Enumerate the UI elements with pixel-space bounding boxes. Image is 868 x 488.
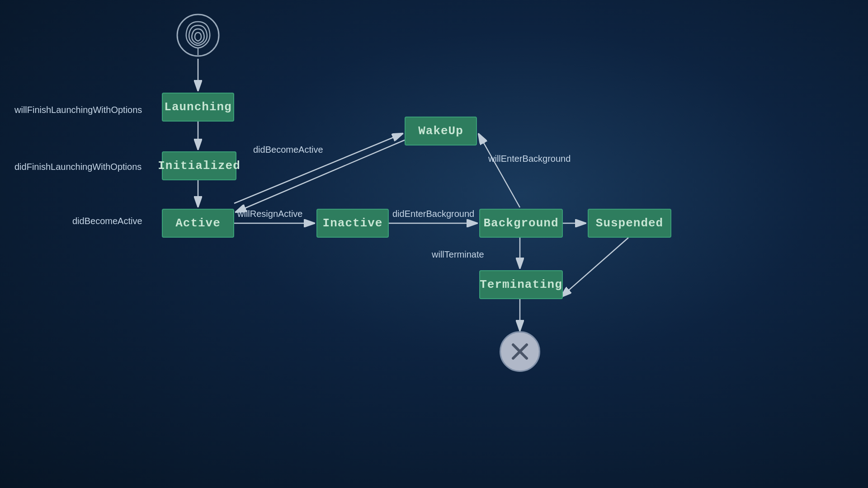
label-did-finish-launching: didFinishLaunchingWithOptions [14, 162, 142, 172]
state-active: Active [162, 209, 234, 238]
state-initialized: Initialized [162, 151, 236, 180]
label-did-become-active-left: didBecomeActive [72, 216, 142, 226]
svg-line-8 [234, 133, 403, 203]
label-did-become-active-center: didBecomeActive [253, 145, 323, 155]
svg-line-13 [561, 238, 628, 297]
label-will-terminate: willTerminate [432, 249, 484, 260]
arrows-svg [0, 0, 868, 488]
label-did-enter-background: didEnterBackground [392, 209, 474, 219]
label-will-resign-active: willResignActive [237, 209, 303, 219]
label-will-finish-launching: willFinishLaunchingWithOptions [14, 105, 142, 115]
fingerprint-icon [175, 13, 221, 58]
label-will-enter-background: willEnterBackground [488, 154, 571, 164]
state-wakeup: WakeUp [405, 117, 477, 145]
state-background: Background [479, 209, 563, 238]
state-inactive: Inactive [316, 209, 389, 238]
state-terminating: Terminating [479, 270, 563, 299]
diagram-container: Launching Initialized Active Inactive Ba… [0, 0, 868, 488]
state-suspended: Suspended [588, 209, 671, 238]
state-launching: Launching [162, 93, 234, 122]
terminate-circle [500, 331, 540, 372]
svg-line-10 [478, 133, 520, 207]
